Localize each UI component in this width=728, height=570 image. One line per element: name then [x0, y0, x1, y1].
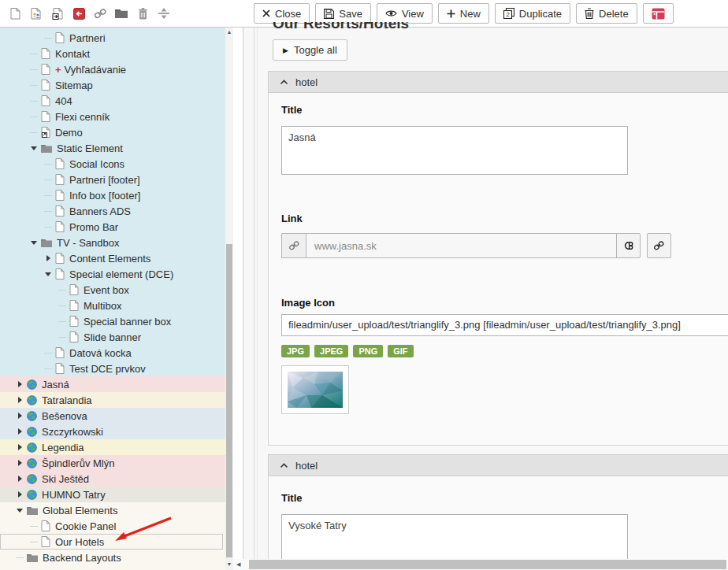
tree-item-info-box-footer[interactable]: Info box [footer] — [0, 187, 225, 203]
expand-icon[interactable] — [46, 255, 50, 261]
duplicate-button[interactable]: 2Duplicate — [495, 3, 570, 24]
tree-item-404[interactable]: 404 — [0, 93, 225, 109]
tree-connector — [44, 180, 52, 180]
tree-item-special-banner-box[interactable]: Special banner box — [0, 313, 225, 329]
link-field-input[interactable] — [306, 233, 617, 258]
save-button[interactable]: Save — [315, 3, 371, 24]
globe-icon — [27, 490, 37, 500]
new-page-with-users-icon[interactable] — [29, 6, 43, 21]
tree-item-label: Global Elements — [43, 505, 117, 516]
plus-icon — [447, 9, 455, 18]
section-header[interactable]: hotel — [268, 71, 728, 93]
move-page-icon[interactable] — [50, 6, 65, 21]
tree-item-static-element[interactable]: Static Element — [0, 140, 225, 156]
tree-connector — [44, 353, 52, 353]
close-label: Close — [275, 8, 301, 20]
tree-item-demo[interactable]: Demo — [0, 124, 225, 140]
tree-connector — [30, 542, 38, 542]
expand-icon[interactable] — [18, 476, 22, 482]
link-icon[interactable] — [93, 6, 107, 21]
scroll-up-icon[interactable]: ▲ — [225, 28, 233, 36]
divider — [257, 27, 258, 570]
unlink-button[interactable] — [616, 233, 641, 258]
collapse-icon[interactable] — [31, 241, 37, 245]
tree-item-multibox[interactable]: Multibox — [0, 298, 225, 313]
collapse-icon[interactable] — [31, 146, 37, 150]
tree-item-label: Special banner box — [84, 316, 171, 328]
expand-icon[interactable] — [18, 444, 22, 450]
image-thumbnail — [281, 365, 349, 414]
trash-icon[interactable] — [136, 6, 150, 21]
page-icon — [55, 32, 65, 43]
tree-item-tv-sandbox[interactable]: TV - Sandbox — [0, 235, 225, 250]
tree-item-ski-je-t-d[interactable]: Ski Ještěd — [0, 471, 225, 487]
page-icon — [55, 205, 65, 217]
tree-item-tatralandia[interactable]: Tatralandia — [0, 392, 225, 408]
toggle-all-button[interactable]: ▶ Toggle all — [273, 39, 347, 61]
tree-item-cookie-panel[interactable]: Cookie Panel — [0, 518, 225, 534]
image-file-listbox[interactable]: fileadmin/user_upload/test/trianglify_3.… — [281, 314, 728, 336]
tree-item-datov-kocka[interactable]: Datová kocka — [0, 345, 225, 361]
horizontal-scroll-thumb[interactable] — [249, 560, 726, 569]
tree-item-szczyrkowski[interactable]: Szczyrkowski — [0, 424, 225, 439]
link-browser-button[interactable] — [647, 233, 671, 258]
expand-icon[interactable] — [18, 413, 22, 419]
page-icon — [41, 48, 50, 59]
globe-icon — [27, 411, 37, 421]
expand-icon[interactable] — [18, 397, 22, 403]
tree-item-be-enova[interactable]: Bešenova — [0, 408, 225, 424]
section-header[interactable]: hotel — [268, 454, 728, 476]
close-button[interactable]: Close — [254, 3, 310, 24]
tree-item-event-box[interactable]: Event box — [0, 282, 225, 298]
title-field-label: Title — [281, 492, 303, 504]
tree-vertical-scrollbar[interactable]: ▲ ▼ — [225, 27, 233, 570]
expand-icon[interactable] — [18, 460, 22, 466]
tree-item-promo-bar[interactable]: Promo Bar — [0, 219, 225, 235]
tree-item-slide-banner[interactable]: Slide banner — [0, 329, 225, 345]
collapse-icon[interactable] — [45, 272, 51, 276]
record-layout-button[interactable] — [643, 3, 674, 24]
delete-label: Delete — [599, 8, 629, 20]
new-button[interactable]: New — [438, 3, 489, 24]
tree-item-jasn[interactable]: Jasná — [0, 376, 225, 392]
globe-icon — [27, 458, 37, 468]
expand-icon[interactable] — [18, 491, 22, 498]
new-page-icon[interactable] — [8, 6, 22, 21]
folder-icon[interactable] — [114, 6, 128, 21]
tree-item-pindler-v-ml-n[interactable]: Špindlerův Mlýn — [0, 455, 225, 471]
tree-item-label: Ski Ještěd — [42, 473, 89, 485]
tree-item-label: Tatralandia — [42, 394, 92, 406]
tree-item-flexi-cenn-k[interactable]: Flexi cenník — [0, 109, 225, 124]
tree-item-legendia[interactable]: Legendia — [0, 439, 225, 455]
scroll-left-icon[interactable]: ◀ — [236, 561, 240, 568]
tree-item-special-element-dce[interactable]: Special element (DCE) — [0, 266, 225, 282]
tree-item-kontakt[interactable]: Kontakt — [0, 46, 225, 61]
tree-item-sitemap[interactable]: Sitemap — [0, 77, 225, 93]
tree-item-backend-layouts[interactable]: Backend Layouts — [0, 550, 225, 565]
title-field-label: Title — [281, 104, 303, 116]
tree-item-banners-ads[interactable]: Banners ADS — [0, 203, 225, 219]
view-button[interactable]: View — [377, 3, 433, 24]
page-shortcut-icon — [41, 127, 50, 138]
move-page-red-icon[interactable] — [72, 6, 86, 21]
chevron-up-icon — [280, 80, 288, 85]
expand-icon[interactable] — [18, 381, 22, 387]
scroll-down-icon[interactable]: ▼ — [225, 561, 233, 568]
delete-button[interactable]: Delete — [576, 3, 637, 24]
tree-item-partneri-footer[interactable]: Partneri [footer] — [0, 172, 225, 187]
expand-icon[interactable] — [18, 428, 22, 435]
title-field-input[interactable]: Jasná — [281, 126, 628, 175]
collapse-expand-icon[interactable] — [157, 6, 171, 21]
tree-item-social-icons[interactable]: Social Icons — [0, 156, 225, 172]
tree-item-partneri[interactable]: Partneri — [0, 30, 225, 46]
tree-item-humno-tatry[interactable]: HUMNO Tatry — [0, 487, 225, 502]
collapse-icon[interactable] — [17, 509, 23, 513]
tree-item-test-dce-prvkov[interactable]: Test DCE prvkov — [0, 361, 225, 376]
tree-item-content-elements[interactable]: Content Elements — [0, 250, 225, 266]
tree-scroll-thumb[interactable] — [226, 244, 232, 557]
horizontal-scrollbar[interactable]: ◀ — [233, 559, 728, 570]
new-label: New — [460, 8, 481, 20]
tree-item-global-elements[interactable]: Global Elements — [0, 502, 225, 518]
tree-item-our-hotels[interactable]: Our Hotels — [0, 534, 223, 550]
tree-item-vyh-ad-vanie[interactable]: +Vyhľadávanie — [0, 61, 225, 77]
